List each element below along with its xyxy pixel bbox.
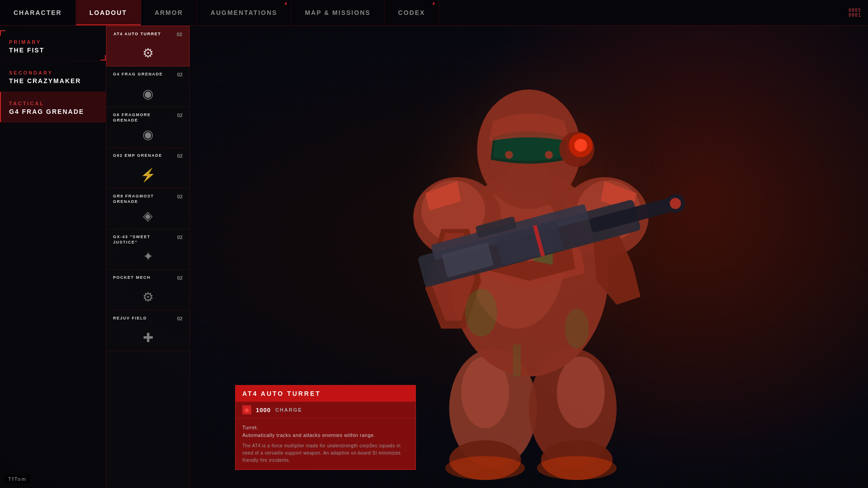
primary-slot-name: THE FIST <box>9 47 97 54</box>
tab-loadout-label: LOADOUT <box>90 9 127 16</box>
item-count-pocket-mech: 02 <box>177 275 183 281</box>
tab-armor-label: ARMOR <box>155 9 183 16</box>
nav-corner: 0005 0001 <box>842 0 868 25</box>
svg-point-30 <box>575 139 587 151</box>
secondary-slot-name: THE CRAZYMAKER <box>9 77 97 84</box>
svg-point-31 <box>505 151 513 159</box>
svg-point-32 <box>545 151 553 159</box>
info-panel-header: AT4 AUTO TURRET <box>236 385 415 402</box>
tab-map-label: MAP & MISSIONS <box>305 9 370 16</box>
item-name-rejuv-field: REJUV FIELD <box>113 316 175 321</box>
slot-primary[interactable]: PRIMARY THE FIST <box>0 30 106 61</box>
corner-code-top: 0005 <box>849 8 861 13</box>
item-name-g6-fragmore-grenade: G6 FRAGMORE GRENADE <box>113 113 175 123</box>
svg-point-7 <box>445 456 525 480</box>
stat-icon <box>242 405 251 414</box>
item-card-g4-frag-grenade[interactable]: G4 FRAG GRENADE 02 ◉ <box>106 66 189 107</box>
item-icon-g92-emp-grenade: ⚡ <box>113 168 183 183</box>
tactical-slot-name: G4 FRAG GRENADE <box>9 108 97 115</box>
tab-augmentations[interactable]: AUGMENTATIONS <box>197 0 292 25</box>
corner-tl-primary <box>0 30 5 36</box>
info-desc-main: Turret.Automatically tracks and attacks … <box>242 424 409 439</box>
item-icon-gx43-sweet-justice: ✦ <box>113 249 183 264</box>
item-card-gx43-sweet-justice[interactable]: GX-43 "SWEET JUSTICE" 02 ✦ <box>106 229 189 270</box>
info-panel: AT4 AUTO TURRET 1000 CHARGE Turret.Autom… <box>235 385 416 470</box>
item-count-gr8-fragmost-grenade: 02 <box>177 194 183 199</box>
item-name-gr8-fragmost-grenade: GR8 FRAGMOST GRENADE <box>113 194 175 204</box>
tab-codex[interactable]: CODEX <box>385 0 439 25</box>
svg-point-8 <box>537 456 617 480</box>
info-panel-title: AT4 AUTO TURRET <box>242 390 409 397</box>
tab-codex-label: CODEX <box>398 9 425 16</box>
slot-tactical[interactable]: TACTICAL G4 FRAG GRENADE <box>0 92 106 122</box>
svg-point-4 <box>557 357 605 428</box>
augmentations-indicator <box>284 2 287 5</box>
tab-augmentations-label: AUGMENTATIONS <box>211 9 278 16</box>
tab-armor[interactable]: ARMOR <box>141 0 197 25</box>
corner-br-primary <box>100 55 106 61</box>
tab-loadout[interactable]: LOADOUT <box>76 0 141 25</box>
username: TfTom <box>5 474 30 483</box>
item-icon-gr8-fragmost-grenade: ◈ <box>113 208 183 223</box>
item-card-rejuv-field[interactable]: REJUV FIELD 02 ✚ <box>106 310 189 351</box>
item-count-rejuv-field: 02 <box>177 316 183 321</box>
svg-point-33 <box>465 289 497 337</box>
stat-label: CHARGE <box>275 407 302 413</box>
codex-indicator <box>432 2 435 5</box>
item-card-g6-fragmore-grenade[interactable]: G6 FRAGMORE GRENADE 02 ◉ <box>106 107 189 148</box>
item-name-gx43-sweet-justice: GX-43 "SWEET JUSTICE" <box>113 235 175 245</box>
secondary-slot-label: SECONDARY <box>9 70 97 75</box>
tactical-slot-label: TACTICAL <box>9 101 97 106</box>
tab-character[interactable]: CHARACTER <box>0 0 76 25</box>
slot-secondary[interactable]: SECONDARY THE CRAZYMAKER <box>0 61 106 92</box>
item-icon-g6-fragmore-grenade: ◉ <box>113 127 183 142</box>
item-icon-pocket-mech: ⚙ <box>113 290 183 305</box>
item-icon-rejuv-field: ✚ <box>113 330 183 345</box>
tab-character-label: CHARACTER <box>14 9 62 16</box>
item-name-g92-emp-grenade: G92 EMP GRENADE <box>113 153 175 159</box>
item-count-g4-frag-grenade: 02 <box>177 72 183 77</box>
corner-code-bottom: 0001 <box>849 13 861 18</box>
top-nav: CHARACTER LOADOUT ARMOR AUGMENTATIONS MA… <box>0 0 868 26</box>
item-count-g6-fragmore-grenade: 02 <box>177 113 183 118</box>
item-name-g4-frag-grenade: G4 FRAG GRENADE <box>113 72 175 77</box>
stat-value: 1000 <box>256 407 271 413</box>
item-card-at4-auto-turret[interactable]: AT4 AUTO TURRET 02 ⚙ <box>106 26 189 66</box>
tab-map[interactable]: MAP & MISSIONS <box>291 0 384 25</box>
item-count-gx43-sweet-justice: 02 <box>177 235 183 240</box>
left-panel: PRIMARY THE FIST SECONDARY THE CRAZYMAKE… <box>0 26 106 488</box>
item-count-at4-auto-turret: 02 <box>177 32 182 37</box>
info-desc-lore: The AT4 is a force multiplier made for u… <box>242 442 409 464</box>
svg-rect-35 <box>513 345 521 377</box>
info-panel-stats: 1000 CHARGE <box>236 402 415 418</box>
item-card-pocket-mech[interactable]: POCKET MECH 02 ⚙ <box>106 270 189 310</box>
item-list-panel: AT4 AUTO TURRET 02 ⚙ G4 FRAG GRENADE 02 … <box>106 26 190 488</box>
info-desc: Turret.Automatically tracks and attacks … <box>236 418 415 469</box>
svg-point-34 <box>565 309 589 348</box>
item-name-pocket-mech: POCKET MECH <box>113 275 175 281</box>
item-name-at4-auto-turret: AT4 AUTO TURRET <box>113 32 175 37</box>
svg-marker-36 <box>244 408 250 413</box>
item-card-g92-emp-grenade[interactable]: G92 EMP GRENADE 02 ⚡ <box>106 148 189 188</box>
item-icon-g4-frag-grenade: ◉ <box>113 86 183 101</box>
primary-slot-label: PRIMARY <box>9 39 97 45</box>
item-icon-at4-auto-turret: ⚙ <box>113 46 182 61</box>
item-count-g92-emp-grenade: 02 <box>177 153 183 159</box>
main-area: AT4 AUTO TURRET 1000 CHARGE Turret.Autom… <box>190 26 868 488</box>
item-card-gr8-fragmost-grenade[interactable]: GR8 FRAGMOST GRENADE 02 ◈ <box>106 188 189 229</box>
